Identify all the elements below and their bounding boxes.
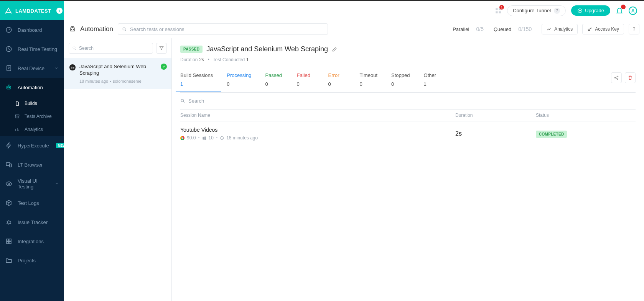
sidebar-item-label: Real Device — [18, 65, 44, 71]
svg-rect-7 — [16, 116, 19, 118]
build-detail-title: JavaScript and Selenium Web Scraping — [206, 45, 328, 53]
linechart-icon — [547, 26, 552, 32]
build-meta: 18 minutes ago•solomoneseme — [79, 79, 157, 83]
sidebar-item-issuetracker[interactable]: Issue Tracker — [0, 213, 64, 232]
windows-icon — [202, 136, 206, 140]
delete-button[interactable] — [625, 72, 636, 83]
devices-icon — [5, 161, 12, 168]
main: 1 Configure Tunnel ? Upgrade Automation — [64, 1, 644, 301]
analytics-button[interactable]: Analytics — [542, 24, 578, 34]
parallel-label: Parallel — [453, 26, 469, 32]
sidebar-item-label: HyperExecute — [18, 143, 49, 149]
apps-grid-button[interactable]: 1 — [495, 7, 502, 14]
builds-search-wrap[interactable] — [69, 43, 153, 54]
sidebar-item-projects[interactable]: Projects — [0, 251, 64, 270]
build-detail-meta: Duration2s • Test Conducted1 — [180, 57, 636, 62]
new-badge: NEW — [56, 143, 64, 148]
stat-processing[interactable]: Processing0 — [227, 72, 260, 92]
builds-search-input[interactable] — [79, 46, 150, 51]
sidebar: LAMBDATEST Dashboard Real Time Testing R… — [0, 1, 64, 301]
sidebar-item-realdevice[interactable]: Real Device — [0, 59, 64, 78]
help-button[interactable]: ? — [629, 24, 639, 34]
help-icon: ? — [554, 8, 560, 14]
sidebar-item-realtime[interactable]: Real Time Testing — [0, 39, 64, 59]
user-avatar[interactable] — [629, 7, 637, 15]
chevron-down-icon — [54, 66, 59, 70]
edit-title-button[interactable] — [332, 47, 337, 52]
sidebar-item-hyperexecute[interactable]: HyperExecute NEW — [0, 136, 64, 155]
search-icon — [122, 27, 127, 32]
subnav-label: Analytics — [25, 127, 43, 132]
chrome-icon — [180, 136, 184, 140]
stat-passed[interactable]: Passed0 — [265, 72, 292, 92]
automation-subnav: Builds Tests Archive Analytics — [0, 97, 64, 136]
build-list-item[interactable]: Se JavaScript and Selenium Web Scraping … — [64, 58, 171, 89]
sidebar-item-label: Issue Tracker — [18, 219, 48, 225]
stat-timeout[interactable]: Timeout0 — [360, 72, 386, 92]
stat-stopped[interactable]: Stopped0 — [391, 72, 418, 92]
clock-icon — [220, 136, 224, 140]
svg-rect-12 — [7, 239, 8, 241]
filter-button[interactable] — [156, 43, 167, 54]
sidebar-item-label: Test Logs — [18, 200, 39, 206]
svg-point-10 — [8, 183, 10, 185]
sidebar-item-integrations[interactable]: Integrations — [0, 232, 64, 251]
col-status: Status — [536, 113, 636, 118]
queued-value: 0/150 — [518, 26, 532, 32]
subnav-tests-archive[interactable]: Tests Archive — [0, 110, 64, 123]
session-search-input[interactable] — [188, 98, 636, 104]
sidebar-item-dashboard[interactable]: Dashboard — [0, 20, 64, 39]
subnav-analytics[interactable]: Analytics — [0, 123, 64, 136]
svg-rect-18 — [496, 11, 497, 13]
session-search-wrap[interactable] — [180, 93, 636, 109]
stat-build-sessions[interactable]: Build Sessions1 — [176, 72, 221, 92]
bug-icon — [5, 219, 12, 226]
stat-error[interactable]: Error0 — [328, 72, 354, 92]
svg-point-23 — [71, 29, 72, 30]
configure-tunnel-label: Configure Tunnel — [513, 8, 551, 13]
svg-point-27 — [73, 47, 75, 49]
sidebar-item-label: Projects — [18, 258, 36, 263]
stat-failed[interactable]: Failed0 — [297, 72, 323, 92]
stats-tabs: Build Sessions1 Processing0 Passed0 Fail… — [180, 72, 636, 93]
sidebar-item-testlogs[interactable]: Test Logs — [0, 193, 64, 213]
logo-bar: LAMBDATEST — [0, 1, 64, 20]
robot-icon — [5, 84, 12, 91]
top-bar: 1 Configure Tunnel ? Upgrade — [64, 1, 644, 20]
svg-rect-16 — [496, 8, 497, 10]
search-icon — [72, 46, 77, 51]
builds-list-pane: Se JavaScript and Selenium Web Scraping … — [64, 38, 172, 301]
svg-point-11 — [7, 221, 10, 224]
upgrade-button[interactable]: Upgrade — [571, 5, 610, 16]
sidebar-item-label: Visual UI Testing — [18, 178, 49, 190]
build-detail-pane: PASSED JavaScript and Selenium Web Scrap… — [172, 38, 644, 301]
sidebar-item-label: Real Time Testing — [18, 46, 57, 52]
search-tests-input-wrap[interactable] — [118, 23, 328, 35]
sidebar-item-ltbrowser[interactable]: LT Browser — [0, 155, 64, 174]
session-row[interactable]: Youtube Videos 90.0 • 10 • 18 minutes ag… — [180, 121, 636, 146]
check-circle-icon — [161, 64, 167, 70]
stat-other[interactable]: Other1 — [424, 72, 450, 92]
subnav-label: Builds — [25, 101, 37, 106]
grid-icon — [5, 238, 12, 245]
configure-tunnel-button[interactable]: Configure Tunnel ? — [507, 5, 566, 16]
file-icon — [15, 101, 20, 106]
subnav-builds[interactable]: Builds — [0, 97, 64, 110]
svg-point-30 — [617, 79, 618, 79]
session-meta: 90.0 • 10 • 18 minutes ago — [180, 135, 455, 141]
sidebar-item-automation[interactable]: Automation — [0, 78, 64, 97]
access-key-label: Access Key — [595, 26, 619, 32]
svg-point-26 — [588, 29, 590, 31]
bolt-icon — [5, 142, 12, 149]
sidebar-item-visualui[interactable]: Visual UI Testing — [0, 174, 64, 193]
barchart-icon — [15, 127, 20, 132]
access-key-button[interactable]: Access Key — [582, 24, 624, 34]
search-tests-input[interactable] — [130, 26, 324, 32]
lambda-logo-icon — [5, 7, 12, 15]
funnel-icon — [159, 46, 164, 51]
notifications-button[interactable] — [616, 7, 623, 15]
share-button[interactable] — [611, 72, 622, 83]
chevron-down-icon — [55, 182, 59, 186]
parallel-value: 0/5 — [476, 26, 483, 32]
sidebar-collapse-button[interactable] — [56, 8, 63, 14]
